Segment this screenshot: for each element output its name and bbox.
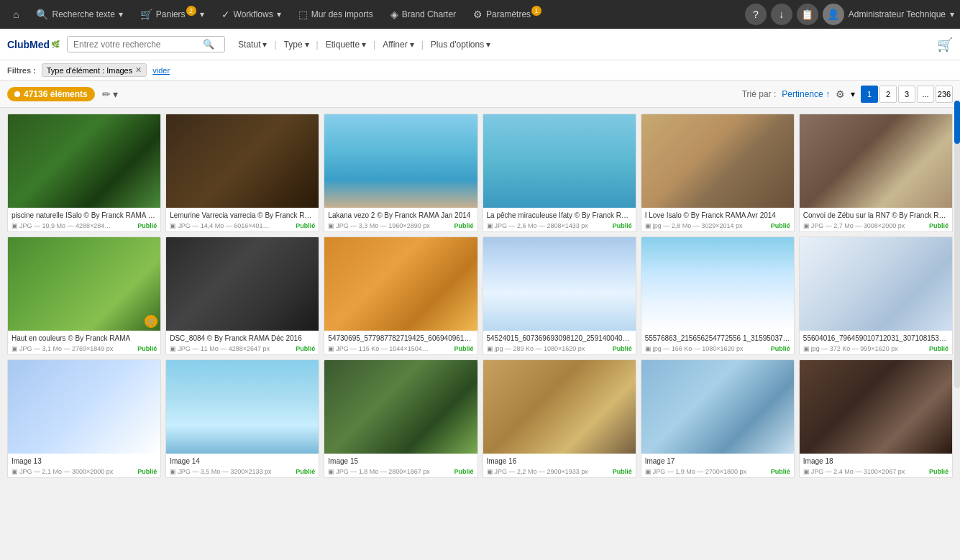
remove-filter-type[interactable]: ✕: [135, 65, 142, 75]
image-card[interactable]: 55576863_215656254772556 1_3159503742529…: [641, 237, 795, 355]
image-thumbnail: [166, 237, 319, 331]
thumb-container: [800, 360, 952, 454]
filter-tags-row: Filtres : Type d'élément : Images ✕ vide…: [0, 60, 960, 81]
cart-nav-icon: 🛒: [140, 9, 152, 20]
image-title: piscine naturelle ISalo © By Franck RAMA…: [12, 211, 157, 220]
image-card[interactable]: DSC_8084 © By Franck RAMA Déc 2016 ▣JPG …: [165, 237, 319, 355]
image-card[interactable]: 54524015_607369693098120_259140040817377…: [483, 237, 636, 355]
image-card[interactable]: Image 17 ▣JPG — 1,9 Mo — 2700×1800 px Pu…: [641, 359, 795, 478]
image-info-row: ▣JPG — 1,8 Mo — 2800×1867 px Publié: [328, 468, 473, 475]
page-last-button[interactable]: 236: [936, 86, 953, 103]
filter-tag-type: Type d'élément : Images ✕: [42, 63, 147, 77]
image-card[interactable]: 🛒 Haut en couleurs © By Franck RAMA ▣JPG…: [7, 237, 161, 355]
image-meta: piscine naturelle ISalo © By Franck RAMA…: [8, 208, 160, 231]
nav-workflows[interactable]: ✓ Workflows ▾: [214, 6, 288, 23]
image-card[interactable]: Image 18 ▣JPG — 2,4 Mo — 3100×2067 px Pu…: [799, 359, 953, 478]
thumb-container: [8, 360, 160, 454]
image-thumbnail: [324, 360, 477, 454]
image-info-row: ▣JPG — 3,1 Mo — 2769×1849 px Publié: [12, 345, 157, 352]
sort-value[interactable]: Pertinence ↑: [782, 89, 830, 99]
file-info: ▣jpg — 372 Ko — 999×1620 px: [803, 345, 898, 352]
image-title: Image 17: [645, 456, 790, 466]
image-card[interactable]: 54730695_577987782719425_606940961818070…: [324, 237, 477, 355]
thumb-container: [641, 360, 794, 454]
clear-filters[interactable]: vider: [152, 66, 170, 75]
status-badge: Publié: [613, 222, 632, 229]
nav-paniers[interactable]: 🛒 Paniers 2 ▾: [133, 6, 211, 23]
nav-home[interactable]: ⌂: [6, 6, 26, 23]
image-title: Haut en couleurs © By Franck RAMA: [12, 334, 157, 343]
filter-affiner[interactable]: Affiner ▾: [377, 37, 419, 52]
thumb-container: [324, 237, 477, 331]
image-thumbnail: [800, 360, 952, 454]
image-card[interactable]: Image 16 ▣JPG — 2,2 Mo — 2900×1933 px Pu…: [483, 359, 636, 478]
clipboard-button[interactable]: 📋: [797, 4, 818, 25]
image-card[interactable]: Lemurine Varrecia varrecia © By Franck R…: [165, 114, 319, 232]
check-icon: ✓: [221, 9, 230, 20]
scrollbar-thumb: [954, 101, 960, 144]
filter-etiquette[interactable]: Etiquette ▾: [320, 37, 372, 52]
filter-type[interactable]: Type ▾: [278, 37, 315, 52]
image-thumbnail: [483, 360, 636, 454]
page-1-button[interactable]: 1: [861, 86, 878, 103]
image-card[interactable]: Convoi de Zébu sur la RN7 © By Franck RA…: [799, 114, 953, 232]
search-nav-icon: 🔍: [36, 9, 48, 20]
thumb-container: [641, 114, 794, 208]
toolbar: 47136 éléments ✏ ▾ Trié par : Pertinence…: [0, 81, 960, 108]
image-card[interactable]: Image 13 ▣JPG — 2,1 Mo — 3000×2000 px Pu…: [7, 359, 161, 478]
nav-parametres[interactable]: ⚙ Paramètres 1: [466, 6, 549, 23]
filter-statut[interactable]: Statut ▾: [232, 37, 273, 52]
main-cart-button[interactable]: 🛒: [937, 37, 953, 52]
filter-plus[interactable]: Plus d'options ▾: [425, 37, 496, 52]
image-card[interactable]: Image 14 ▣JPG — 3,5 Mo — 3200×2133 px Pu…: [165, 359, 319, 478]
image-meta: Image 18 ▣JPG — 2,4 Mo — 3100×2067 px Pu…: [800, 454, 952, 477]
nav-brand-charter[interactable]: ◈ Brand Charter: [383, 6, 463, 23]
file-info: ▣jpg — 2,8 Mo — 3029×2014 px: [645, 222, 743, 229]
image-card[interactable]: Image 15 ▣JPG — 1,8 Mo — 2800×1867 px Pu…: [324, 359, 477, 478]
image-title: 55576863_215656254772556 1_3159503742529…: [645, 334, 790, 343]
scrollbar[interactable]: [954, 101, 960, 388]
user-menu[interactable]: 👤 Administrateur Technique ▾: [823, 4, 954, 25]
nav-search[interactable]: 🔍 Recherche texte ▾: [29, 6, 129, 23]
image-meta: Lakana vezo 2 © By Franck RAMA Jan 2014 …: [324, 208, 477, 231]
settings-icon[interactable]: ⚙: [836, 88, 845, 100]
image-card[interactable]: 55604016_796459010712031_307108153282002…: [799, 237, 953, 355]
brand-logo: ClubMed 🌿: [7, 39, 60, 50]
image-info-row: ▣JPG — 2,1 Mo — 3000×2000 px Publié: [12, 468, 157, 475]
status-badge: Publié: [613, 468, 632, 475]
help-button[interactable]: ?: [745, 4, 767, 25]
image-thumbnail: [8, 237, 160, 331]
image-card[interactable]: piscine naturelle ISalo © By Franck RAMA…: [7, 114, 161, 232]
page-3-button[interactable]: 3: [898, 86, 915, 103]
image-type-icon: ▣: [803, 345, 810, 352]
status-badge: Publié: [771, 222, 790, 229]
leaf-icon: 🌿: [51, 40, 60, 48]
page-2-button[interactable]: 2: [879, 86, 897, 103]
file-info: ▣JPG — 2,2 Mo — 2900×1933 px: [487, 468, 588, 475]
nav-mur-imports[interactable]: ⬚ Mur des imports: [291, 6, 380, 23]
image-card[interactable]: Lakana vezo 2 © By Franck RAMA Jan 2014 …: [324, 114, 477, 232]
image-type-icon: ▣: [803, 222, 810, 229]
image-type-icon: ▣: [328, 345, 334, 352]
image-card[interactable]: I Love Isalo © By Franck RAMA Avr 2014 ▣…: [641, 114, 795, 232]
image-card[interactable]: La pêche miraculeuse Ifaty © By Franck R…: [483, 114, 636, 232]
diamond-icon: ◈: [390, 9, 398, 20]
image-thumbnail: [483, 114, 636, 208]
image-title: 55604016_796459010712031_307108153282002…: [803, 334, 948, 343]
image-meta: 55576863_215656254772556 1_3159503742529…: [641, 331, 794, 354]
search-input[interactable]: [73, 40, 203, 50]
status-badge: Publié: [137, 468, 157, 475]
image-info-row: ▣JPG — 2,7 Mo — 3008×2000 px Publié: [803, 222, 948, 229]
image-info-row: ▣JPG — 2,4 Mo — 3100×2067 px Publié: [803, 468, 948, 475]
image-info-row: ▣JPG — 1,9 Mo — 2700×1800 px Publié: [645, 468, 790, 475]
toolbar-right: Trié par : Pertinence ↑ ⚙ ▾ 1 2 3 ... 23…: [742, 86, 953, 103]
image-meta: Lemurine Varrecia varrecia © By Franck R…: [166, 208, 319, 231]
image-title: Image 16: [487, 456, 632, 466]
image-thumbnail: [166, 114, 319, 208]
thumb-container: [483, 114, 636, 208]
download-button[interactable]: ↓: [771, 4, 792, 25]
edit-button[interactable]: ✏ ▾: [102, 88, 118, 100]
image-info-row: ▣JPG — 2,2 Mo — 2900×1933 px Publié: [487, 468, 632, 475]
image-thumbnail: [483, 237, 636, 331]
search-icon[interactable]: 🔍: [203, 39, 214, 50]
